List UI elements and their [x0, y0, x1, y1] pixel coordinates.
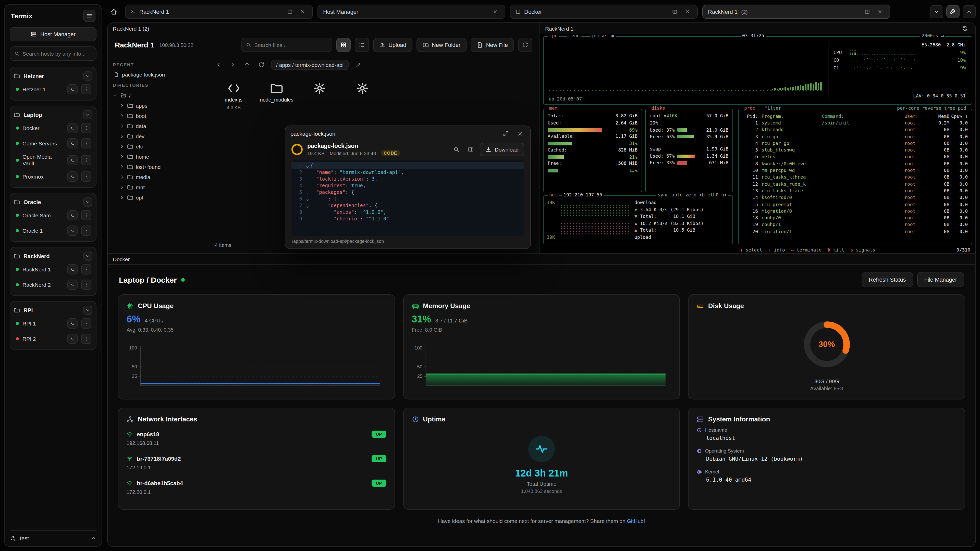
- host-menu-button[interactable]: [81, 84, 91, 94]
- tree-folder-row[interactable]: data: [119, 121, 203, 131]
- host-item[interactable]: Oracle Sam: [14, 208, 92, 223]
- file-tile[interactable]: [342, 78, 382, 114]
- collapse-tabs-button[interactable]: [963, 5, 976, 18]
- group-collapse-button[interactable]: [83, 71, 92, 81]
- close-tab-button[interactable]: [490, 7, 500, 16]
- host-manager-button[interactable]: Host Manager: [10, 27, 97, 41]
- connect-terminal-button[interactable]: [67, 264, 78, 275]
- sidebar-collapse-button[interactable]: [83, 10, 95, 22]
- process-row[interactable]: 12rcu_tasks_rude_kroot0B0.0: [743, 181, 968, 188]
- tree-folder-row[interactable]: etc: [119, 141, 203, 151]
- host-menu-button[interactable]: [81, 210, 91, 221]
- nav-forward-button[interactable]: [228, 60, 237, 69]
- tab-racknerd-1[interactable]: RackNerd 1(2): [702, 5, 890, 19]
- connect-terminal-button[interactable]: [67, 279, 78, 290]
- host-item[interactable]: Game Servers: [14, 136, 92, 151]
- process-row[interactable]: 4rcu_par_gproot0B0.0: [743, 140, 968, 147]
- refresh-status-button[interactable]: Refresh Status: [862, 272, 913, 287]
- tree-folder-row[interactable]: dev: [119, 131, 203, 141]
- recent-file-item[interactable]: package-lock.json: [113, 70, 203, 79]
- tree-folder-row[interactable]: lost+found: [119, 162, 203, 172]
- host-search[interactable]: [10, 46, 97, 61]
- process-row[interactable]: 3rcu_gproot0B0.0: [743, 133, 968, 140]
- split-tab-button[interactable]: [285, 7, 294, 16]
- tabs-dropdown-button[interactable]: [930, 5, 943, 18]
- host-menu-button[interactable]: [81, 155, 91, 165]
- host-item[interactable]: Proxmox: [14, 169, 92, 184]
- process-row[interactable]: 5slub_flushwqroot0B0.0: [743, 147, 968, 154]
- tree-folder-row[interactable]: home: [119, 151, 203, 162]
- file-tile[interactable]: [300, 78, 339, 114]
- host-item[interactable]: RackNerd 1: [14, 262, 92, 277]
- process-row[interactable]: 18cpuhp/0root0B0.0: [743, 215, 968, 222]
- status-key-hint[interactable]: ↓ info: [768, 248, 785, 252]
- host-item[interactable]: Hetzner 1: [14, 82, 92, 97]
- host-menu-button[interactable]: [81, 138, 91, 148]
- search-in-file-button[interactable]: [452, 144, 462, 154]
- tree-folder-row[interactable]: mnt: [119, 182, 203, 192]
- breadcrumb[interactable]: / apps / termix-download-api: [271, 60, 348, 70]
- file-tile[interactable]: index.js4.3 KB: [214, 78, 254, 114]
- home-button[interactable]: [107, 5, 121, 18]
- process-row[interactable]: 2kthreaddroot0B0.0: [743, 127, 968, 134]
- connect-terminal-button[interactable]: [67, 225, 78, 236]
- host-item[interactable]: Open Media Vault: [14, 151, 92, 169]
- host-group-header[interactable]: RackNerd: [14, 251, 92, 262]
- tab-docker[interactable]: Docker: [510, 5, 698, 19]
- tree-folder-row[interactable]: boot: [119, 111, 203, 121]
- process-row[interactable]: 15rcu_preemptroot0B0.0: [743, 201, 968, 208]
- tab-racknerd-1[interactable]: RackNerd 1: [125, 5, 313, 19]
- process-row[interactable]: 6netnsroot0B0.0: [743, 154, 968, 161]
- host-item[interactable]: Docker: [14, 121, 92, 136]
- process-row[interactable]: 19cpuhp/1root0B0.0: [743, 222, 968, 229]
- code-viewer[interactable]: 1⌄{2 "name": "termix-download-api",3 "lo…: [291, 160, 524, 236]
- host-menu-button[interactable]: [81, 264, 91, 275]
- new-file-button[interactable]: New File: [471, 38, 514, 52]
- host-menu-button[interactable]: [81, 225, 91, 236]
- split-tab-button[interactable]: [670, 7, 679, 16]
- group-collapse-button[interactable]: [83, 110, 92, 119]
- host-menu-button[interactable]: [81, 318, 91, 329]
- process-row[interactable]: 11rcu_tasks_kthrearoot0B0.0: [743, 174, 968, 181]
- connect-terminal-button[interactable]: [67, 171, 78, 182]
- host-item[interactable]: RPI 2: [14, 331, 92, 346]
- tools-button[interactable]: [946, 5, 959, 18]
- tree-root-row[interactable]: /: [113, 90, 203, 100]
- host-menu-button[interactable]: [81, 123, 91, 133]
- status-key-hint[interactable]: s signals: [850, 248, 875, 252]
- connect-terminal-button[interactable]: [67, 84, 78, 94]
- toggle-panel-button[interactable]: [466, 144, 476, 154]
- host-group-header[interactable]: Oracle: [14, 197, 92, 208]
- new-folder-button[interactable]: New Folder: [417, 38, 467, 52]
- process-row[interactable]: 8kworker/0:0H-everoot0B0.0: [743, 161, 968, 168]
- edit-path-button[interactable]: [354, 60, 363, 69]
- file-search[interactable]: [242, 38, 332, 52]
- host-menu-button[interactable]: [81, 333, 91, 344]
- close-tab-button[interactable]: [683, 7, 692, 16]
- host-menu-button[interactable]: [81, 171, 91, 182]
- connect-terminal-button[interactable]: [67, 123, 78, 133]
- status-key-hint[interactable]: ↑ select: [740, 248, 762, 252]
- process-row[interactable]: 10mm_percpu_wqroot0B0.0: [743, 167, 968, 174]
- refresh-files-button[interactable]: [518, 38, 532, 52]
- terminal-sync-button[interactable]: [960, 23, 970, 33]
- process-row[interactable]: 20migration/1root0B0.0: [743, 229, 968, 235]
- download-button[interactable]: Download: [480, 143, 524, 156]
- process-row[interactable]: 16migration/0root0B0.0: [743, 208, 968, 215]
- host-group-header[interactable]: Laptop: [14, 109, 92, 121]
- file-tile[interactable]: node_modules: [257, 78, 297, 114]
- close-tab-button[interactable]: [875, 7, 885, 16]
- group-collapse-button[interactable]: [83, 251, 92, 261]
- process-row[interactable]: 13rcu_tasks_trace_root0B0.0: [743, 188, 968, 195]
- host-search-input[interactable]: [22, 51, 92, 57]
- tree-folder-row[interactable]: media: [119, 172, 203, 182]
- connect-terminal-button[interactable]: [67, 210, 78, 221]
- grid-view-button[interactable]: [336, 38, 351, 52]
- close-modal-button[interactable]: [515, 129, 525, 139]
- docker-file-manager-button[interactable]: File Manager: [917, 272, 964, 287]
- host-group-header[interactable]: Hetzner: [14, 70, 92, 82]
- chevron-up-icon[interactable]: [90, 535, 97, 541]
- host-item[interactable]: Oracle 1: [14, 223, 92, 238]
- tree-folder-row[interactable]: opt: [119, 192, 203, 203]
- process-row[interactable]: 1systemd/sbin/initroot9.2M0.0: [743, 120, 968, 127]
